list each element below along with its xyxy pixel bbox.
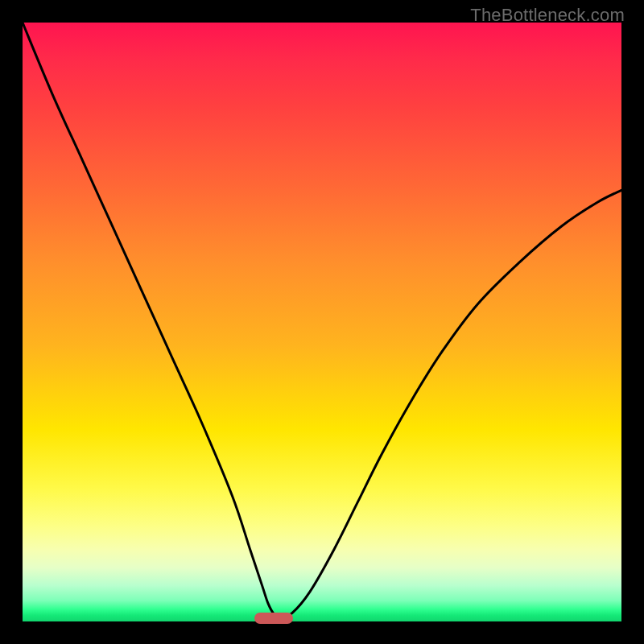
plot-area	[23, 23, 621, 621]
chart-frame: TheBottleneck.com	[0, 0, 644, 644]
curve-layer	[23, 23, 621, 621]
bottleneck-curve-path	[23, 23, 621, 618]
optimum-marker	[254, 613, 293, 624]
